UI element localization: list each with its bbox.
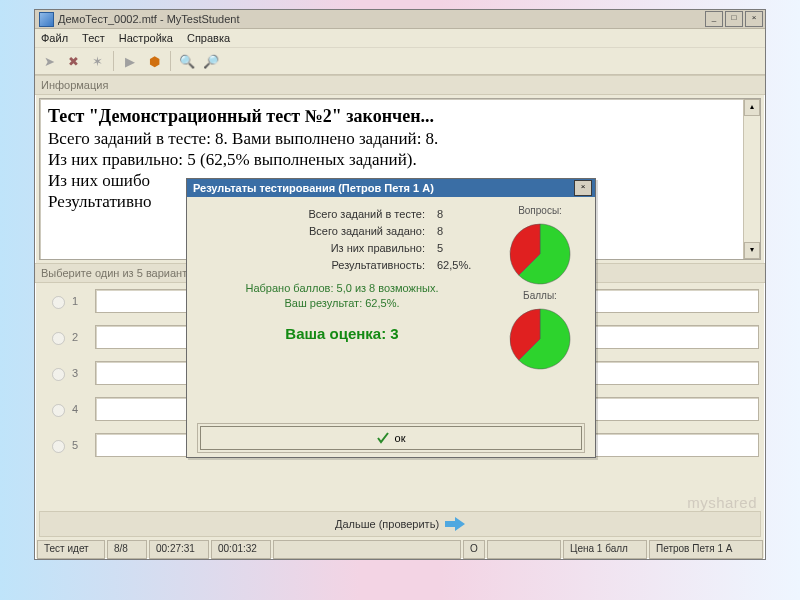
status-empty2	[487, 540, 561, 559]
stat-label: Всего заданий задано:	[197, 225, 437, 237]
chart-label: Вопросы:	[518, 205, 562, 216]
maximize-button[interactable]: □	[725, 11, 743, 27]
minimize-button[interactable]: _	[705, 11, 723, 27]
stat-label: Всего заданий в тесте:	[197, 208, 437, 220]
ok-button[interactable]: ок	[200, 426, 582, 450]
stat-value: 8	[437, 208, 487, 220]
ok-button-label: ок	[395, 432, 406, 444]
menu-file[interactable]: Файл	[41, 32, 68, 44]
results-dialog: Результаты тестирования (Петров Петя 1 А…	[186, 178, 596, 458]
checkmark-icon	[377, 432, 389, 444]
stop-icon[interactable]: ⬢	[144, 51, 164, 71]
arrow-right-icon	[445, 517, 465, 531]
stat-value: 5	[437, 242, 487, 254]
toolbar-separator	[113, 51, 114, 71]
dialog-titlebar: Результаты тестирования (Петров Петя 1 А…	[187, 179, 595, 197]
info-line: Всего заданий в тесте: 8. Вами выполнено…	[48, 128, 752, 149]
status-progress: 8/8	[107, 540, 147, 559]
scrollbar[interactable]: ▴ ▾	[743, 99, 760, 259]
refresh-icon[interactable]: ✶	[87, 51, 107, 71]
toolbar-separator	[170, 51, 171, 71]
scroll-down-icon[interactable]: ▾	[744, 242, 760, 259]
pie-points	[508, 307, 572, 371]
score-line: Ваш результат: 62,5%.	[197, 296, 487, 311]
section-header-info-label: Информация	[41, 79, 108, 91]
results-stats: Всего заданий в тесте:8 Всего заданий за…	[197, 205, 487, 371]
dialog-close-button[interactable]: ×	[574, 180, 592, 196]
status-state: Тест идет	[37, 540, 105, 559]
zoom-out-icon[interactable]: 🔎	[201, 51, 221, 71]
play-icon[interactable]: ➤	[39, 51, 59, 71]
status-flag: О	[463, 540, 485, 559]
chart-label: Баллы:	[523, 290, 557, 301]
close-test-icon[interactable]: ✖	[63, 51, 83, 71]
stat-value: 62,5%.	[437, 259, 487, 271]
info-heading: Тест "Демонстрационный тест №2" закончен…	[48, 105, 752, 128]
status-empty	[273, 540, 461, 559]
answer-radio-5[interactable]: 5	[39, 437, 87, 453]
answer-radio-4[interactable]: 4	[39, 401, 87, 417]
menu-test[interactable]: Тест	[82, 32, 105, 44]
stat-label: Из них правильно:	[197, 242, 437, 254]
menu-help[interactable]: Справка	[187, 32, 230, 44]
score-line: Набрано баллов: 5,0 из 8 возможных.	[197, 281, 487, 296]
section-header-info: Информация	[35, 75, 765, 95]
dialog-title: Результаты тестирования (Петров Петя 1 А…	[193, 182, 574, 194]
watermark: myshared	[687, 494, 757, 511]
menu-setup[interactable]: Настройка	[119, 32, 173, 44]
stat-value: 8	[437, 225, 487, 237]
statusbar: Тест идет 8/8 00:27:31 00:01:32 О Цена 1…	[37, 540, 763, 557]
menubar: Файл Тест Настройка Справка	[35, 29, 765, 48]
next-icon[interactable]: ▶	[120, 51, 140, 71]
status-total: 00:27:31	[149, 540, 209, 559]
zoom-in-icon[interactable]: 🔍	[177, 51, 197, 71]
titlebar: ДемоТест_0002.mtf - MyTestStudent _ □ ×	[35, 10, 765, 29]
answer-radio-2[interactable]: 2	[39, 329, 87, 345]
status-user: Петров Петя 1 А	[649, 540, 763, 559]
status-current: 00:01:32	[211, 540, 271, 559]
scroll-up-icon[interactable]: ▴	[744, 99, 760, 116]
charts: Вопросы: Баллы:	[495, 205, 585, 371]
pie-questions	[508, 222, 572, 286]
grade: Ваша оценка: 3	[197, 325, 487, 342]
status-price: Цена 1 балл	[563, 540, 647, 559]
answer-radio-3[interactable]: 3	[39, 365, 87, 381]
app-icon	[39, 12, 54, 27]
answer-radio-1[interactable]: 1	[39, 293, 87, 309]
window-title: ДемоТест_0002.mtf - MyTestStudent	[58, 13, 705, 25]
next-button-label: Дальше (проверить)	[335, 518, 439, 530]
info-line: Из них правильно: 5 (62,5% выполненых за…	[48, 149, 752, 170]
close-button[interactable]: ×	[745, 11, 763, 27]
svg-marker-0	[445, 517, 465, 531]
toolbar: ➤ ✖ ✶ ▶ ⬢ 🔍 🔎	[35, 48, 765, 75]
next-button[interactable]: Дальше (проверить)	[39, 511, 761, 537]
stat-label: Результативность:	[197, 259, 437, 271]
